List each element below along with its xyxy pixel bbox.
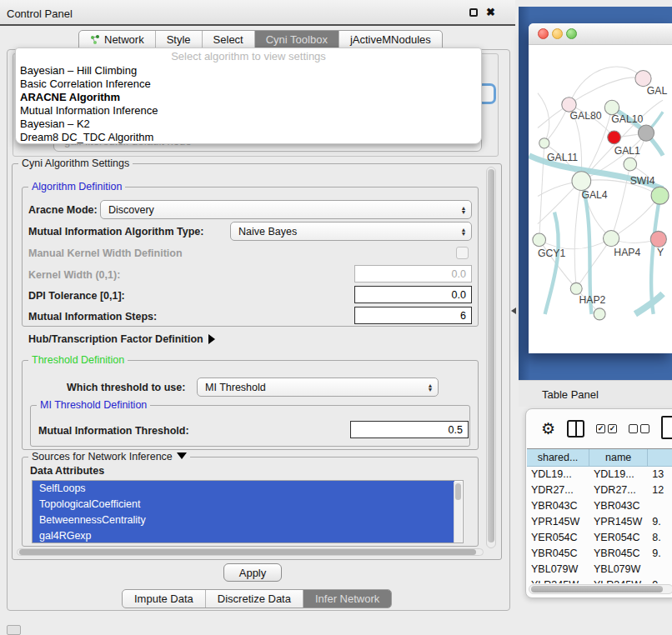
tab-label: jActiveMNodules <box>350 33 431 46</box>
tab-label: Select <box>213 33 243 46</box>
network-window-titlebar[interactable] <box>529 23 672 45</box>
node-gal10-label: GAL10 <box>611 113 643 125</box>
aracne-mode-label: Aracne Mode: <box>28 204 98 216</box>
data-attributes-list[interactable]: SelfLoopsTopologicalCoefficientBetweenne… <box>32 480 464 543</box>
splitter-collapse-icon[interactable] <box>511 308 516 314</box>
settings-horizontal-scrollbar[interactable] <box>17 548 484 556</box>
new-table-icon[interactable] <box>661 416 672 439</box>
table-cell: YBR045C <box>527 546 589 562</box>
node-gal10[interactable] <box>604 100 619 114</box>
manual-kernel-checkbox[interactable] <box>456 247 469 259</box>
node-hap4[interactable] <box>603 231 619 247</box>
table-cell: YLR345W <box>527 578 589 583</box>
attribute-item-selected[interactable]: TopologicalCoefficient <box>33 497 454 512</box>
mac-close-icon[interactable] <box>538 28 549 39</box>
table-row[interactable]: YER054CYER054C8. <box>527 530 672 546</box>
node-gal1[interactable] <box>624 158 637 171</box>
table-row[interactable]: YBR043CYBR043C <box>527 498 672 514</box>
mac-minimize-icon[interactable] <box>552 28 563 39</box>
table-cell: 13 <box>648 467 672 482</box>
node-gal11-label: GAL11 <box>547 152 578 163</box>
table-cell: YPR145W <box>527 514 589 530</box>
attribute-item-selected[interactable]: SelfLoops <box>33 481 454 497</box>
select-all-icon[interactable]: ✓✓ <box>596 424 617 433</box>
tab-cyni-toolbox[interactable]: Cyni Toolbox <box>255 31 339 48</box>
table-cell: 9. <box>648 546 672 562</box>
float-window-icon[interactable] <box>469 8 478 17</box>
table-row[interactable]: YPR145WYPR145W9. <box>527 514 672 530</box>
tab-label: Cyni Toolbox <box>266 33 328 46</box>
table-cell: YER054C <box>527 530 589 546</box>
tab-style[interactable]: Style <box>156 31 203 48</box>
table-row[interactable]: YDL19...YDL19...13 <box>527 467 672 482</box>
table-row[interactable]: YDR27...YDR27...12 <box>527 482 672 498</box>
tab-select[interactable]: Select <box>203 31 255 48</box>
node-red[interactable] <box>608 131 621 144</box>
table-cell: 9. <box>648 578 672 583</box>
algorithm-option[interactable]: Mutual Information Inference <box>16 104 481 118</box>
node-gcy1[interactable] <box>533 233 546 247</box>
attribute-item-selected[interactable]: gal4RGexp <box>33 528 454 543</box>
algorithm-option[interactable]: Dream8 DC_TDC Algorithm <box>16 131 481 144</box>
minimized-panel-icon[interactable] <box>7 625 21 635</box>
node-gal11[interactable] <box>539 138 549 148</box>
bottom-tab-impute-data[interactable]: Impute Data <box>123 590 206 608</box>
node-swi4-label: SWI4 <box>630 175 655 187</box>
table-panel-card: ⚙ ✓✓ shared...name YDL19...YDL19...13YDR… <box>525 408 672 598</box>
node-hap2[interactable] <box>570 282 582 294</box>
table-cell: YPR145W <box>589 514 648 530</box>
apply-button[interactable]: Apply <box>223 563 282 582</box>
table-cell: YBR043C <box>527 498 589 514</box>
column-header[interactable] <box>648 449 672 467</box>
algorithm-definition-legend: Algorithm Definition <box>28 181 125 192</box>
network-canvas[interactable]: GALGAL80GAL10GAL1GAL11GAL4SWI4GCY1HAP4YH… <box>529 45 672 353</box>
tab-network[interactable]: Network <box>79 31 156 48</box>
kernel-width-label: Kernel Width (0,1): <box>28 269 120 281</box>
attribute-list-scrollbar[interactable] <box>454 482 462 543</box>
algorithm-option[interactable]: ARACNE Algorithm <box>16 91 481 104</box>
columns-icon[interactable] <box>567 420 584 438</box>
mac-zoom-icon[interactable] <box>566 28 577 39</box>
node-salmon[interactable] <box>650 231 666 247</box>
close-icon[interactable]: ✖ <box>486 7 495 18</box>
sources-legend[interactable]: Sources for Network Inference <box>28 451 190 462</box>
table-row[interactable]: YBR045CYBR045C9. <box>527 546 672 562</box>
tab-jactivemnodules[interactable]: jActiveMNodules <box>339 31 442 48</box>
table-cell <box>648 498 672 514</box>
table-row[interactable]: YBL079WYBL079W <box>527 562 672 578</box>
column-header[interactable]: name <box>589 449 648 467</box>
node-gal4[interactable] <box>572 172 591 191</box>
bottom-tab-infer-network[interactable]: Infer Network <box>303 590 391 608</box>
cyni-algorithm-settings-legend: Cyni Algorithm Settings <box>18 158 133 169</box>
node-gal7-label: GAL <box>647 85 668 97</box>
network-view-window[interactable]: GALGAL80GAL10GAL1GAL11GAL4SWI4GCY1HAP4YH… <box>529 23 672 353</box>
which-threshold-combo[interactable]: MI Threshold ▲▼ <box>197 378 439 397</box>
algorithm-option[interactable]: Bayesian – K2 <box>16 118 481 131</box>
node-swi4[interactable] <box>651 187 669 204</box>
hub-definition-toggle[interactable]: Hub/Transcription Factor Definition <box>28 333 215 345</box>
kernel-width-field[interactable]: 0.0 <box>354 265 472 282</box>
table-horizontal-scrollbar[interactable] <box>529 584 672 594</box>
gear-icon[interactable]: ⚙ <box>541 421 555 437</box>
dpi-tolerance-field[interactable]: 0.0 <box>354 286 472 303</box>
mi-threshold-field[interactable]: 0.5 <box>350 421 469 438</box>
bottom-tab-discretize-data[interactable]: Discretize Data <box>206 590 303 608</box>
combo-arrows-icon: ▲▼ <box>458 206 471 214</box>
node-gal7[interactable] <box>635 71 651 87</box>
mi-type-combo[interactable]: Naive Bayes ▲▼ <box>230 222 472 241</box>
node-bottom-partial[interactable] <box>594 308 605 320</box>
which-threshold-label: Which threshold to use: <box>67 382 185 393</box>
control-panel-tabs: NetworkStyleSelectCyni ToolboxjActiveMNo… <box>78 30 443 49</box>
settings-vertical-scrollbar[interactable] <box>486 167 496 548</box>
mi-steps-field[interactable]: 6 <box>354 307 472 324</box>
data-attributes-heading: Data Attributes <box>30 465 104 477</box>
deselect-all-icon[interactable] <box>629 424 649 433</box>
node-gray[interactable] <box>638 125 654 141</box>
algorithm-option[interactable]: Bayesian – Hill Climbing <box>16 64 481 78</box>
aracne-mode-combo[interactable]: Discovery ▲▼ <box>100 200 472 219</box>
algorithm-option[interactable]: Basic Correlation Inference <box>16 78 481 91</box>
table-row[interactable]: YLR345WYLR345W9. <box>527 578 672 583</box>
table-toolbar: ⚙ ✓✓ <box>526 409 672 448</box>
column-header[interactable]: shared... <box>527 449 589 467</box>
attribute-item-selected[interactable]: BetweennessCentrality <box>33 512 454 528</box>
